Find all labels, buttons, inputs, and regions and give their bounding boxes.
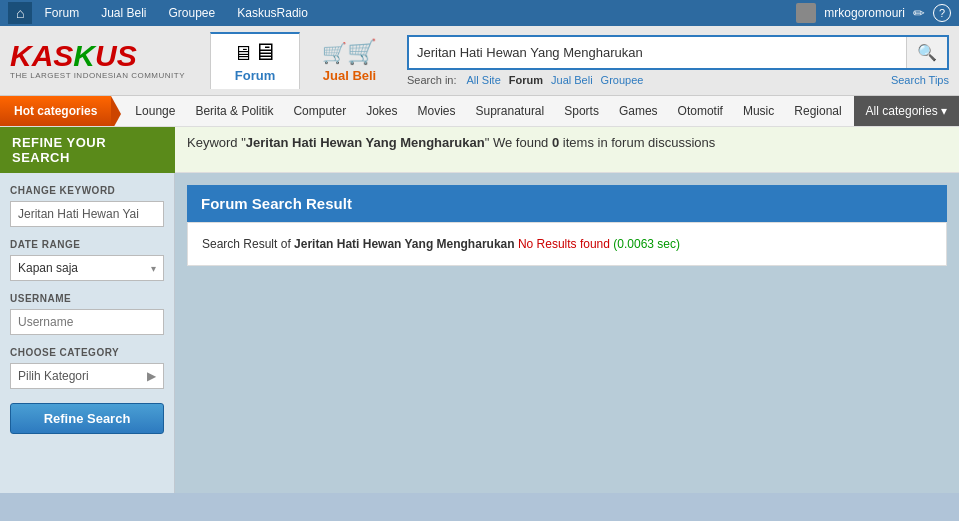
result-bar: Keyword "Jeritan Hati Hewan Yang Menghar… xyxy=(175,127,959,173)
search-result-keyword: Jeritan Hati Hewan Yang Mengharukan xyxy=(294,237,515,251)
topbar: Forum Jual Beli Groupee KaskusRadio mrko… xyxy=(0,0,959,26)
search-input[interactable] xyxy=(409,39,906,66)
search-bar: 🔍 xyxy=(407,35,949,70)
date-dropdown-arrow: ▾ xyxy=(151,263,156,274)
search-time: (0.0063 sec) xyxy=(613,237,680,251)
cat-supranatural[interactable]: Supranatural xyxy=(466,96,555,126)
keyword-label: Keyword xyxy=(187,135,238,150)
avatar xyxy=(796,3,816,23)
refine-search-button[interactable]: Refine Search xyxy=(10,403,164,434)
cat-movies[interactable]: Movies xyxy=(407,96,465,126)
category-select-value: Pilih Kategori xyxy=(18,369,89,383)
cat-lounge[interactable]: Lounge xyxy=(125,96,185,126)
content-area: Forum Search Result Search Result of Jer… xyxy=(175,173,959,493)
forum-result-header: Forum Search Result xyxy=(187,185,947,222)
topbar-user: mrkogoromouri ? xyxy=(796,3,951,23)
search-groupee[interactable]: Groupee xyxy=(601,74,644,86)
keyword-section-label: CHANGE KEYWORD xyxy=(10,185,164,196)
nav-kaskusradio[interactable]: KaskusRadio xyxy=(227,3,318,23)
cat-regional[interactable]: Regional xyxy=(784,96,851,126)
search-result-prefix: Search Result of xyxy=(202,237,294,251)
tab-forum[interactable]: 🖥 Forum xyxy=(210,32,300,89)
cat-sports[interactable]: Sports xyxy=(554,96,609,126)
topbar-nav: Forum Jual Beli Groupee KaskusRadio xyxy=(8,2,318,24)
category-dropdown-arrow: ▶ xyxy=(147,369,156,383)
cat-computer[interactable]: Computer xyxy=(283,96,356,126)
cat-jokes[interactable]: Jokes xyxy=(356,96,407,126)
date-select-value: Kapan saja xyxy=(18,261,78,275)
logo-area: KASKUS THE LARGEST INDONESIAN COMMUNITY xyxy=(10,41,200,80)
search-in-label: Search in: xyxy=(407,74,457,86)
logo: KASKUS xyxy=(10,41,137,71)
forum-result-body: Search Result of Jeritan Hati Hewan Yang… xyxy=(187,222,947,266)
cat-games[interactable]: Games xyxy=(609,96,668,126)
cat-berita[interactable]: Berita & Politik xyxy=(185,96,283,126)
search-options: Search in: All Site Forum Jual Beli Grou… xyxy=(407,74,949,86)
no-results-text: No Results found xyxy=(518,237,613,251)
nav-tabs: 🖥 Forum 🛒 Jual Beli xyxy=(210,32,397,89)
keyword-input[interactable] xyxy=(10,201,164,227)
search-all-site[interactable]: All Site xyxy=(467,74,501,86)
found-text: We found xyxy=(493,135,548,150)
cat-music[interactable]: Music xyxy=(733,96,784,126)
logo-subtitle: THE LARGEST INDONESIAN COMMUNITY xyxy=(10,71,185,80)
result-count: 0 xyxy=(552,135,559,150)
result-suffix: items in forum discussions xyxy=(563,135,715,150)
hot-categories-button[interactable]: Hot categories xyxy=(0,96,111,126)
username-section-label: USERNAME xyxy=(10,293,164,304)
forum-icon: 🖥 xyxy=(233,38,277,66)
home-icon xyxy=(16,5,24,21)
cart-icon: 🛒 xyxy=(322,38,377,66)
refine-result-row: REFINE YOUR SEARCH Keyword "Jeritan Hati… xyxy=(0,127,959,173)
date-section-label: DATE RANGE xyxy=(10,239,164,250)
edit-icon[interactable] xyxy=(913,5,925,21)
all-categories-button[interactable]: All categories ▾ xyxy=(854,96,959,126)
date-select[interactable]: Kapan saja ▾ xyxy=(10,255,164,281)
search-forum[interactable]: Forum xyxy=(509,74,543,86)
help-icon[interactable]: ? xyxy=(933,4,951,22)
search-tips[interactable]: Search Tips xyxy=(891,74,949,86)
main-layout: CHANGE KEYWORD DATE RANGE Kapan saja ▾ U… xyxy=(0,173,959,493)
search-button[interactable]: 🔍 xyxy=(906,37,947,68)
nav-forum[interactable]: Forum xyxy=(34,3,89,23)
nav-groupee[interactable]: Groupee xyxy=(159,3,226,23)
keyword-value: Jeritan Hati Hewan Yang Mengharukan xyxy=(246,135,485,150)
jualbeli-tab-label: Jual Beli xyxy=(323,68,376,83)
cat-otomotif[interactable]: Otomotif xyxy=(668,96,733,126)
header: KASKUS THE LARGEST INDONESIAN COMMUNITY … xyxy=(0,26,959,96)
tab-jualbeli[interactable]: 🛒 Jual Beli xyxy=(302,34,397,89)
username-label[interactable]: mrkogoromouri xyxy=(824,6,905,20)
nav-jualbeli[interactable]: Jual Beli xyxy=(91,3,156,23)
category-links: Lounge Berita & Politik Computer Jokes M… xyxy=(111,96,851,126)
search-jualbeli[interactable]: Jual Beli xyxy=(551,74,593,86)
categories-bar: Hot categories Lounge Berita & Politik C… xyxy=(0,96,959,127)
home-nav-item[interactable] xyxy=(8,2,32,24)
username-input[interactable] xyxy=(10,309,164,335)
category-select[interactable]: Pilih Kategori ▶ xyxy=(10,363,164,389)
search-area: 🔍 Search in: All Site Forum Jual Beli Gr… xyxy=(407,35,949,86)
refine-bar: REFINE YOUR SEARCH xyxy=(0,127,175,173)
category-section-label: CHOOSE CATEGORY xyxy=(10,347,164,358)
forum-tab-label: Forum xyxy=(235,68,275,83)
sidebar: CHANGE KEYWORD DATE RANGE Kapan saja ▾ U… xyxy=(0,173,175,493)
